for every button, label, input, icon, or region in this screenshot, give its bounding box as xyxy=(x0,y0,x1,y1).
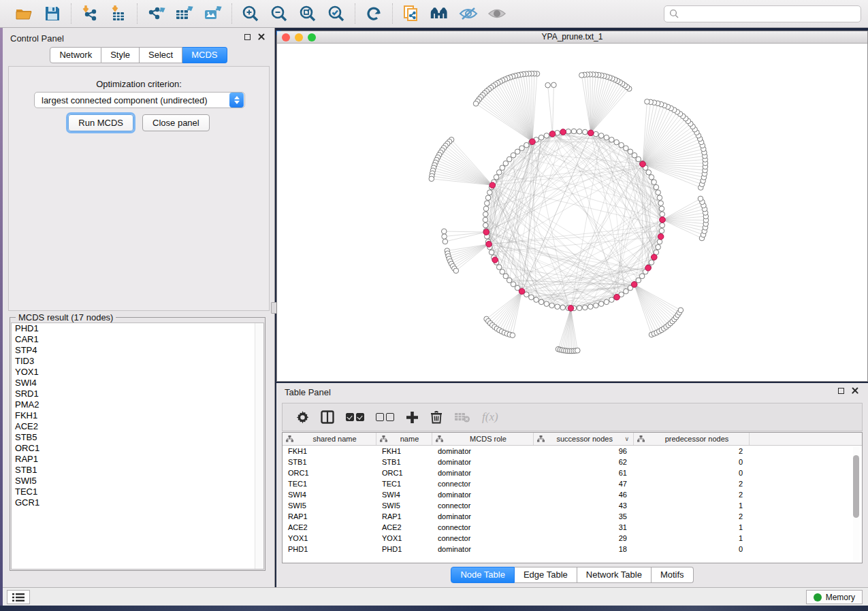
mcds-node[interactable] xyxy=(660,217,666,223)
network-node[interactable] xyxy=(649,260,654,265)
network-node[interactable] xyxy=(500,269,505,275)
result-node-item[interactable]: STP4 xyxy=(12,345,263,356)
network-node[interactable] xyxy=(539,135,544,140)
new-network-from-selection-icon[interactable] xyxy=(401,3,421,24)
tab-edge-table[interactable]: Edge Table xyxy=(515,567,577,583)
table-settings-gear-icon[interactable] xyxy=(296,411,309,424)
network-node[interactable] xyxy=(636,278,641,283)
network-node[interactable] xyxy=(649,175,654,180)
leaf-node[interactable] xyxy=(510,333,515,338)
zoom-in-icon[interactable] xyxy=(240,3,261,24)
network-node[interactable] xyxy=(483,217,488,222)
network-node[interactable] xyxy=(657,195,662,201)
zoom-out-icon[interactable] xyxy=(269,3,289,24)
hide-graphics-details-icon[interactable] xyxy=(458,3,479,24)
mcds-node[interactable] xyxy=(631,282,637,288)
leaf-node[interactable] xyxy=(442,234,447,240)
network-node[interactable] xyxy=(639,274,645,279)
close-panel-button[interactable]: Close panel xyxy=(142,114,210,131)
leaf-node[interactable] xyxy=(473,101,479,106)
network-node[interactable] xyxy=(660,212,665,217)
zoom-selected-icon[interactable] xyxy=(326,3,347,24)
mcds-node[interactable] xyxy=(489,182,496,188)
network-node[interactable] xyxy=(654,184,659,190)
result-node-item[interactable]: YOX1 xyxy=(12,367,263,378)
column-header-successor-nodes[interactable]: successor nodes∨ xyxy=(534,433,634,445)
network-node[interactable] xyxy=(614,139,620,145)
network-node[interactable] xyxy=(660,222,665,228)
close-table-panel-icon[interactable] xyxy=(852,387,858,394)
mcds-result-list[interactable]: PHD1CAR1STP4TID3YOX1SWI4SRD1PMA2FKH1ACE2… xyxy=(11,323,264,569)
close-window-icon[interactable] xyxy=(282,33,290,42)
network-node[interactable] xyxy=(636,156,641,162)
result-node-item[interactable]: FKH1 xyxy=(12,410,263,421)
network-node[interactable] xyxy=(658,201,664,206)
mcds-node[interactable] xyxy=(483,229,489,235)
tab-select[interactable]: Select xyxy=(140,47,182,63)
network-node[interactable] xyxy=(624,146,629,151)
zoom-fit-icon[interactable] xyxy=(298,3,318,24)
mcds-node[interactable] xyxy=(658,234,664,240)
network-node[interactable] xyxy=(539,299,544,305)
deselect-all-columns-icon[interactable] xyxy=(376,413,394,421)
network-node[interactable] xyxy=(659,206,664,212)
mcds-node[interactable] xyxy=(486,242,492,248)
open-session-icon[interactable] xyxy=(14,3,34,24)
mcds-node[interactable] xyxy=(549,131,556,137)
network-node[interactable] xyxy=(507,156,512,162)
table-row[interactable]: FKH1FKH1dominator962 xyxy=(283,446,862,457)
show-graphics-details-icon[interactable] xyxy=(487,3,507,24)
table-row[interactable]: RAP1RAP1dominator352 xyxy=(283,511,862,522)
network-node[interactable] xyxy=(566,129,571,134)
first-neighbors-icon[interactable] xyxy=(430,3,450,24)
network-node[interactable] xyxy=(555,304,560,310)
leaf-node[interactable] xyxy=(678,308,684,313)
network-node[interactable] xyxy=(487,190,493,195)
network-node[interactable] xyxy=(632,152,637,158)
network-node[interactable] xyxy=(503,274,509,279)
leaf-node[interactable] xyxy=(698,196,703,201)
network-canvas[interactable] xyxy=(277,44,867,381)
network-graph[interactable] xyxy=(277,44,867,381)
create-column-plus-icon[interactable] xyxy=(406,411,419,424)
network-node[interactable] xyxy=(652,180,657,185)
node-table[interactable]: shared namenameMCDS rolesuccessor nodes∨… xyxy=(282,432,863,563)
result-list-scrollbar[interactable] xyxy=(255,323,263,569)
network-node[interactable] xyxy=(544,133,549,139)
network-node[interactable] xyxy=(549,303,555,308)
network-node[interactable] xyxy=(656,244,661,250)
network-node[interactable] xyxy=(544,301,549,307)
minimize-window-icon[interactable] xyxy=(295,33,303,42)
column-header-name[interactable]: name xyxy=(376,433,432,445)
mcds-node[interactable] xyxy=(519,288,525,295)
table-scrollbar[interactable] xyxy=(853,447,860,561)
result-node-item[interactable]: STB1 xyxy=(12,465,263,476)
column-header-MCDS-role[interactable]: MCDS role xyxy=(432,433,534,445)
leaf-node[interactable] xyxy=(579,73,585,78)
network-node[interactable] xyxy=(483,206,489,212)
network-node[interactable] xyxy=(519,146,525,151)
network-node[interactable] xyxy=(494,175,499,180)
network-node[interactable] xyxy=(496,265,502,270)
result-node-item[interactable]: SWI4 xyxy=(12,378,263,389)
table-row[interactable]: PHD1PHD1dominator180 xyxy=(283,544,862,555)
mcds-node[interactable] xyxy=(640,161,646,167)
network-node[interactable] xyxy=(500,165,505,171)
table-row[interactable]: SWI4SWI4dominator462 xyxy=(283,489,862,500)
float-table-panel-icon[interactable] xyxy=(838,388,844,394)
network-node[interactable] xyxy=(609,137,615,143)
table-row[interactable]: TEC1TEC1connector472 xyxy=(283,478,862,489)
tab-motifs[interactable]: Motifs xyxy=(652,567,694,583)
network-node[interactable] xyxy=(646,170,652,176)
network-node[interactable] xyxy=(485,195,491,201)
network-node[interactable] xyxy=(483,222,488,228)
import-table-icon[interactable] xyxy=(108,3,129,24)
network-node[interactable] xyxy=(588,304,594,310)
result-node-item[interactable]: ACE2 xyxy=(12,421,263,432)
network-node[interactable] xyxy=(571,129,577,134)
leaf-node[interactable] xyxy=(545,82,551,88)
export-image-icon[interactable] xyxy=(203,3,223,24)
network-node[interactable] xyxy=(529,295,534,300)
network-node[interactable] xyxy=(577,129,582,134)
table-row[interactable]: ACE2ACE2connector311 xyxy=(283,522,862,533)
